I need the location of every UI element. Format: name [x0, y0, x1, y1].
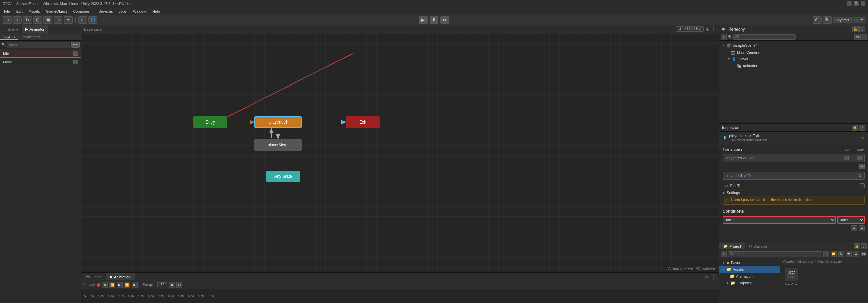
- hier-item-samplescene[interactable]: ▼ 🎬 SampleScene*: [719, 42, 868, 49]
- maximize-btn[interactable]: ❐: [854, 1, 859, 6]
- inspector-obj-gear-icon[interactable]: ⚙: [861, 136, 865, 140]
- close-btn[interactable]: ✕: [861, 1, 865, 6]
- tool-hand[interactable]: ⊕: [3, 16, 12, 24]
- tool-extra[interactable]: ✦: [64, 16, 73, 24]
- add-condition-btn[interactable]: +: [851, 225, 857, 231]
- state-player-idle[interactable]: playerIdel: [254, 116, 302, 128]
- settings-row[interactable]: ▶ Settings: [723, 191, 865, 195]
- anim-prev-btn[interactable]: ⏪: [109, 282, 115, 288]
- add-hierarchy-btn[interactable]: +: [721, 34, 727, 40]
- menu-jobs[interactable]: Jobs: [116, 8, 130, 14]
- pause-btn[interactable]: ⏸: [430, 16, 438, 24]
- hierarchy-settings-btn[interactable]: ⚙: [854, 34, 861, 40]
- menu-file[interactable]: File: [1, 8, 13, 14]
- tab-game[interactable]: 🎮 Game: [81, 273, 106, 280]
- layer-toggle-move[interactable]: [73, 60, 78, 64]
- timeline-area[interactable]: 5 |:00 0:05 0:10 0:15 0:20 0:25 0:30 0:3…: [81, 289, 719, 303]
- bottom-gear-icon[interactable]: ⚙: [705, 274, 711, 279]
- tab-project[interactable]: 📁 Project: [719, 243, 745, 249]
- transition-row-playeridle-exit[interactable]: playerIdel -> Exit: [723, 154, 864, 162]
- state-player-move[interactable]: playerMove: [254, 139, 302, 151]
- menu-services[interactable]: Services: [96, 8, 115, 14]
- tab-animator[interactable]: ▶ Animator: [22, 25, 48, 33]
- add-layer-btn[interactable]: + ▾: [71, 42, 80, 48]
- transition-selector[interactable]: playerIdel -> Exit ⚙: [723, 172, 865, 180]
- anim-first-btn[interactable]: ⏮: [102, 282, 108, 288]
- hier-item-animator[interactable]: ▶ 🎭 Animator: [719, 62, 868, 69]
- menu-gameobject[interactable]: GameObject: [43, 8, 70, 14]
- bottom-more-icon[interactable]: ⋮: [711, 274, 719, 280]
- proj-filter-btn[interactable]: ⊡: [823, 251, 829, 257]
- proj-sync-btn[interactable]: ↻: [838, 251, 844, 257]
- anim-next-btn[interactable]: ⏩: [124, 282, 130, 288]
- project-search-input[interactable]: [728, 251, 822, 257]
- trans-gear-icon[interactable]: ⚙: [858, 173, 862, 178]
- hier-item-player[interactable]: ▼ 👤 Player: [719, 56, 868, 62]
- project-more-btn[interactable]: ⋮: [861, 243, 867, 249]
- proj-settings-btn[interactable]: ⚙: [853, 251, 859, 257]
- proj-assets[interactable]: ▼ 📁 Assets: [719, 266, 780, 273]
- history-btn[interactable]: ⏱: [813, 16, 822, 24]
- pivot-btn[interactable]: ⊙: [78, 16, 87, 24]
- project-lock-btn[interactable]: 🔒: [854, 243, 860, 249]
- tool-transform[interactable]: ⊕: [54, 16, 62, 24]
- hier-item-maincamera[interactable]: ▶ 📷 Main Camera: [719, 49, 868, 56]
- file-item[interactable]: 🎬 MainChar: [783, 268, 800, 286]
- anim-keyframe-btn[interactable]: ⊡: [176, 282, 182, 288]
- animator-canvas[interactable]: Entry playerIdel Exit playerMove Any Sta…: [81, 33, 719, 272]
- tab-console[interactable]: ⊟ Console: [745, 243, 771, 249]
- tool-move[interactable]: ↕: [13, 16, 22, 24]
- inspector-more-btn[interactable]: ⋮: [859, 125, 865, 131]
- menu-help[interactable]: Help: [150, 8, 163, 14]
- inspector-lock-btn[interactable]: 🔒: [852, 125, 858, 131]
- condition-value-select[interactable]: false true: [837, 216, 865, 224]
- minimize-btn[interactable]: —: [847, 1, 852, 6]
- add-asset-btn[interactable]: +: [721, 251, 727, 257]
- layout-dropdown[interactable]: 2D ▾: [853, 17, 865, 23]
- has-exit-time-checkbox[interactable]: [860, 183, 865, 188]
- menu-edit[interactable]: Edit: [14, 8, 25, 14]
- proj-folder-btn[interactable]: 📁: [831, 251, 837, 257]
- tab-parameters[interactable]: Parameters: [18, 34, 44, 40]
- step-btn[interactable]: ⏭: [440, 16, 449, 24]
- auto-live-link-btn[interactable]: Auto Live Link: [676, 26, 704, 32]
- condition-param-select[interactable]: Idle: [723, 216, 836, 224]
- more-options-icon[interactable]: ⋮: [711, 26, 716, 32]
- layer-item-move[interactable]: Move: [0, 58, 81, 67]
- layer-item-idle[interactable]: Idle: [0, 49, 81, 58]
- search-toolbar-btn[interactable]: 🔍: [823, 16, 832, 24]
- remove-transition-btn[interactable]: −: [859, 164, 865, 169]
- proj-star-btn[interactable]: ★: [846, 251, 852, 257]
- mute-toggle[interactable]: [857, 156, 862, 160]
- anim-last-btn[interactable]: ⏭: [132, 282, 138, 288]
- proj-favorites[interactable]: ▼ ★ Favorites: [719, 259, 780, 266]
- project-files-area[interactable]: 🎬 MainChar: [780, 265, 868, 303]
- hierarchy-lock-btn[interactable]: 🔒: [852, 26, 859, 32]
- gear-icon[interactable]: ⚙: [706, 27, 709, 32]
- layer-toggle-idle[interactable]: [73, 51, 78, 56]
- samples-input[interactable]: [157, 282, 167, 287]
- hierarchy-search-input[interactable]: [733, 34, 796, 40]
- anim-diamond-btn[interactable]: ◆: [169, 282, 175, 288]
- record-btn[interactable]: [97, 283, 100, 287]
- play-btn[interactable]: ▶: [419, 16, 428, 24]
- global-btn[interactable]: 🌐: [88, 16, 97, 24]
- tool-scale[interactable]: ⊞: [33, 16, 42, 24]
- menu-window[interactable]: Window: [130, 8, 149, 14]
- solo-toggle[interactable]: [844, 156, 849, 160]
- tool-rect[interactable]: ▣: [43, 16, 52, 24]
- menu-component[interactable]: Component: [70, 8, 95, 14]
- proj-animation[interactable]: ▶ 📁 Animation: [719, 273, 780, 280]
- tab-layers[interactable]: Layers: [0, 34, 18, 40]
- state-entry[interactable]: Entry: [193, 116, 227, 128]
- hierarchy-more2-btn[interactable]: ⋮: [861, 34, 867, 40]
- hierarchy-more-btn[interactable]: ⋮: [859, 26, 865, 32]
- remove-condition-btn[interactable]: −: [859, 225, 865, 231]
- menu-assets[interactable]: Assets: [26, 8, 43, 14]
- tab-animation[interactable]: ▶ Animation: [106, 273, 135, 280]
- proj-graphics[interactable]: ▼ 📁 Graphics: [719, 280, 780, 286]
- state-any-state[interactable]: Any State: [266, 171, 300, 182]
- state-exit[interactable]: Exit: [346, 116, 380, 128]
- tool-rotate[interactable]: ↻: [23, 16, 32, 24]
- anim-play-btn[interactable]: ▶: [117, 282, 123, 288]
